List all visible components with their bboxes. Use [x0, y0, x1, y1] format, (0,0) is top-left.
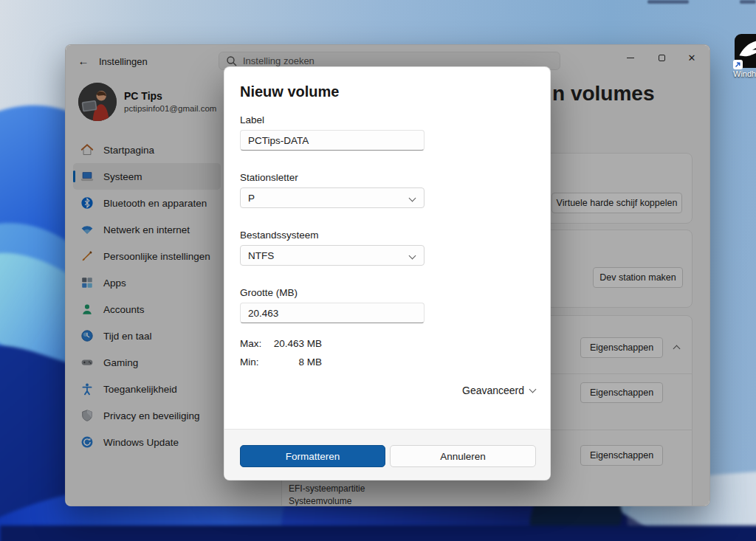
chevron-down-icon [529, 385, 537, 393]
drive-letter-value: P [248, 193, 255, 204]
new-volume-dialog: Nieuw volume Label Stationsletter P Best… [224, 66, 551, 480]
size-input[interactable] [240, 303, 425, 323]
desktop-shortcut-windhawk[interactable] [735, 34, 756, 68]
label-input[interactable] [240, 130, 425, 151]
max-value: 20.463 MB [269, 338, 322, 349]
cancel-button[interactable]: Annuleren [390, 445, 536, 467]
dialog-title: Nieuw volume [240, 83, 339, 100]
file-system-label: Bestandssysteem [240, 230, 319, 241]
chevron-down-icon [409, 252, 416, 260]
drive-letter-dropdown[interactable]: P [240, 187, 425, 208]
clipped-desktop-label [647, 0, 689, 4]
advanced-expander[interactable]: Geavanceerd [462, 385, 535, 396]
max-label: Max: [240, 338, 261, 349]
drive-letter-label: Stationsletter [240, 172, 298, 183]
file-system-dropdown[interactable]: NTFS [240, 245, 425, 266]
min-value: 8 MB [269, 356, 322, 368]
advanced-label: Geavanceerd [462, 385, 524, 396]
clipped-desktop-label [740, 0, 756, 4]
file-system-value: NTFS [248, 250, 274, 261]
shortcut-arrow-icon [733, 60, 743, 69]
min-label: Min: [240, 356, 259, 368]
label-field-label: Label [240, 114, 264, 125]
chevron-down-icon [409, 195, 416, 202]
size-field-label: Grootte (MB) [240, 287, 298, 298]
format-button[interactable]: Formatteren [240, 445, 385, 467]
dialog-footer: Formatteren Annuleren [224, 429, 550, 480]
wallpaper-ribbon [0, 526, 756, 541]
shortcut-label: Windh [733, 69, 756, 78]
